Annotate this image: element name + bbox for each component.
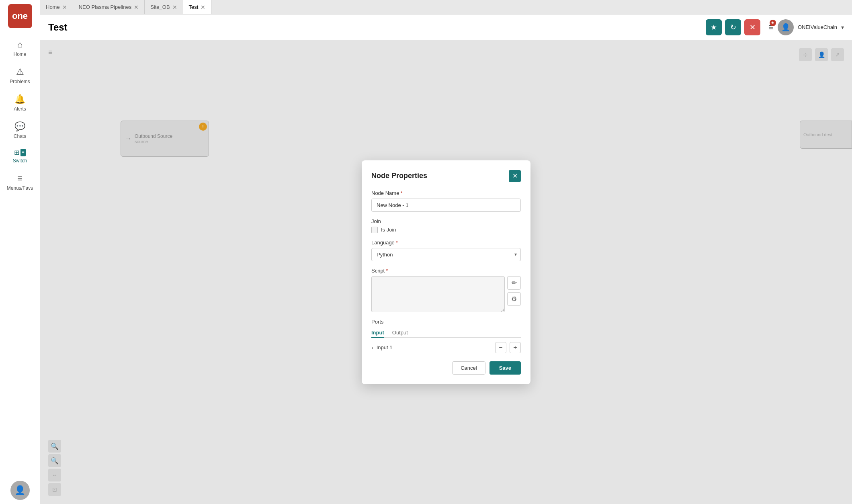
star-button[interactable]: ★ — [706, 19, 722, 35]
cancel-button[interactable]: Cancel — [452, 361, 485, 375]
node-name-field-group: Node Name * — [371, 190, 521, 212]
script-textarea[interactable] — [371, 276, 505, 312]
ports-tab-input[interactable]: Input — [371, 328, 384, 338]
language-select-wrapper: Python JavaScript Bash SQL ▾ — [371, 248, 521, 261]
app-logo[interactable]: one — [8, 4, 32, 28]
language-label: Language * — [371, 240, 521, 246]
script-area-wrapper: ✏ ⚙ — [371, 276, 521, 312]
port-add-button[interactable]: + — [510, 342, 521, 353]
sidebar: one ⌂ Home ⚠ Problems 🔔 Alerts 💬 Chats ⊞… — [0, 0, 40, 504]
save-button[interactable]: Save — [489, 361, 521, 375]
sidebar-item-alerts[interactable]: 🔔 Alerts — [2, 90, 38, 116]
sidebar-item-switch[interactable]: ⊞≡ Switch — [2, 145, 38, 168]
main-content: Home ✕ NEO Plasma Pipelines ✕ Site_OB ✕ … — [40, 0, 852, 504]
close-button[interactable]: ✕ — [744, 19, 760, 35]
language-required: * — [396, 240, 398, 246]
sidebar-item-problems[interactable]: ⚠ Problems — [2, 63, 38, 88]
sidebar-item-label-menus: Menus/Favs — [7, 185, 33, 191]
node-properties-modal: Node Properties ✕ Node Name * Join — [362, 160, 530, 384]
port-chevron-icon[interactable]: › — [371, 344, 373, 351]
tab-neo-label: NEO Plasma Pipelines — [79, 4, 132, 10]
menus-icon: ≡ — [17, 173, 23, 184]
script-run-button[interactable]: ⚙ — [507, 292, 521, 306]
tab-site[interactable]: Site_OB ✕ — [145, 0, 183, 14]
avatar-icon: 👤 — [14, 485, 25, 496]
alerts-icon: 🔔 — [14, 94, 25, 104]
script-buttons: ✏ ⚙ — [507, 276, 521, 306]
tab-neo[interactable]: NEO Plasma Pipelines ✕ — [73, 0, 145, 14]
modal-header: Node Properties ✕ — [371, 170, 521, 182]
tab-site-label: Site_OB — [150, 4, 170, 10]
port-row-input1: › Input 1 − + — [371, 342, 521, 353]
sidebar-item-menus[interactable]: ≡ Menus/Favs — [2, 169, 38, 195]
switch-icon: ⊞≡ — [14, 149, 25, 156]
home-icon: ⌂ — [17, 39, 23, 50]
ports-tabs: Input Output — [371, 328, 521, 338]
user-avatar-sidebar[interactable]: 👤 — [10, 481, 30, 500]
language-select[interactable]: Python JavaScript Bash SQL — [371, 248, 521, 261]
script-required: * — [386, 268, 388, 274]
node-name-input[interactable] — [371, 199, 521, 212]
node-name-required: * — [400, 190, 402, 196]
node-name-label: Node Name * — [371, 190, 521, 196]
problems-icon: ⚠ — [16, 67, 24, 77]
tab-site-close[interactable]: ✕ — [172, 4, 177, 10]
header-right: ≡ ★ 👤 ONEIValueChain ▾ — [768, 19, 844, 35]
ports-label: Ports — [371, 319, 521, 325]
language-field-group: Language * Python JavaScript Bash SQL ▾ — [371, 240, 521, 261]
port-remove-button[interactable]: − — [495, 342, 506, 353]
script-label: Script * — [371, 268, 521, 274]
notification-badge: ★ — [770, 20, 776, 26]
modal-footer: Cancel Save — [371, 361, 521, 375]
user-avatar: 👤 — [778, 19, 794, 35]
is-join-label: Is Join — [381, 227, 396, 233]
ports-tab-output[interactable]: Output — [392, 328, 408, 338]
modal-close-button[interactable]: ✕ — [509, 170, 521, 182]
tab-home-close[interactable]: ✕ — [62, 4, 67, 10]
ports-section: Ports Input Output › Input 1 − + — [371, 319, 521, 353]
canvas-area[interactable]: ≡ ⊹ 👤 ↗ → Outbound Source source ! Outbo… — [40, 40, 852, 504]
user-dropdown-arrow[interactable]: ▾ — [841, 24, 844, 31]
tab-test-close[interactable]: ✕ — [201, 4, 205, 10]
sidebar-item-label-alerts: Alerts — [14, 106, 26, 112]
tab-bar: Home ✕ NEO Plasma Pipelines ✕ Site_OB ✕ … — [40, 0, 852, 14]
modal-title: Node Properties — [371, 172, 427, 180]
refresh-button[interactable]: ↻ — [725, 19, 741, 35]
page-title: Test — [48, 22, 706, 33]
tab-test[interactable]: Test ✕ — [183, 0, 212, 14]
join-label: Join — [371, 218, 521, 224]
join-field-group: Join Is Join — [371, 218, 521, 233]
is-join-checkbox[interactable] — [371, 227, 378, 233]
sidebar-item-home[interactable]: ⌂ Home — [2, 35, 38, 61]
page-header: Test ★ ↻ ✕ ≡ ★ 👤 ONEIValueChain ▾ — [40, 14, 852, 40]
sidebar-item-label-problems: Problems — [10, 79, 30, 84]
sidebar-item-label-chats: Chats — [14, 133, 26, 139]
sidebar-item-label-switch: Switch — [13, 158, 27, 164]
modal-overlay: Node Properties ✕ Node Name * Join — [40, 40, 852, 504]
menu-button-wrapper: ≡ ★ — [768, 22, 774, 33]
script-field-group: Script * ✏ ⚙ — [371, 268, 521, 312]
header-actions: ★ ↻ ✕ — [706, 19, 760, 35]
script-edit-button[interactable]: ✏ — [507, 276, 521, 290]
user-name: ONEIValueChain — [798, 24, 837, 30]
tab-home[interactable]: Home ✕ — [40, 0, 73, 14]
port-name-label: Input 1 — [377, 344, 492, 350]
chats-icon: 💬 — [14, 121, 25, 132]
tab-test-label: Test — [189, 4, 199, 10]
tab-neo-close[interactable]: ✕ — [134, 4, 139, 10]
tab-home-label: Home — [46, 4, 60, 10]
is-join-row: Is Join — [371, 227, 521, 233]
sidebar-item-label-home: Home — [13, 51, 26, 57]
sidebar-item-chats[interactable]: 💬 Chats — [2, 117, 38, 143]
